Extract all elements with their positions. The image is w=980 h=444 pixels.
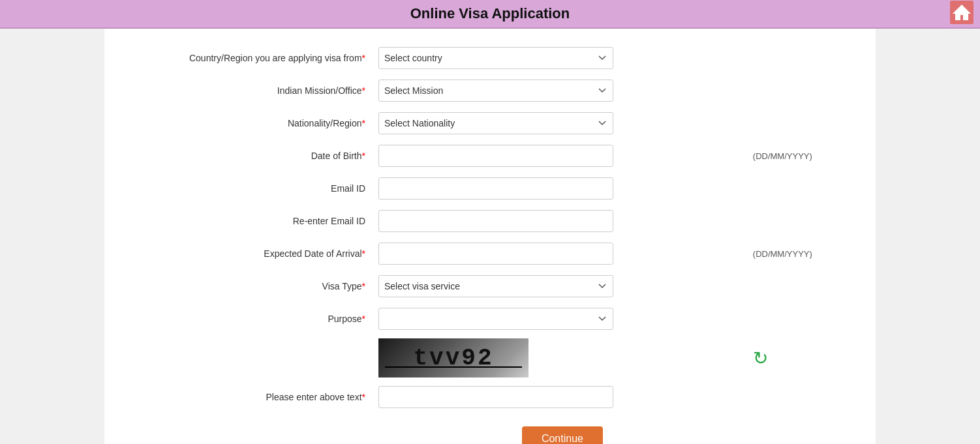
email-input[interactable] — [378, 177, 613, 200]
captcha-input-row: Please enter above text* — [130, 381, 850, 413]
arrival-input[interactable] — [378, 243, 613, 265]
captcha-row: tvv92 ↻ — [130, 335, 850, 381]
continue-button[interactable]: Continue — [522, 426, 603, 444]
purpose-input-cell — [378, 303, 746, 335]
nationality-label: Nationality/Region* — [130, 107, 378, 140]
main-form-area: Country/Region you are applying visa fro… — [104, 29, 876, 444]
visatype-row: Visa Type* Select visa service — [130, 270, 850, 303]
visatype-select[interactable]: Select visa service — [378, 275, 613, 297]
nationality-input-cell: Select Nationality — [378, 107, 746, 140]
mission-select[interactable]: Select Mission — [378, 80, 613, 102]
captcha-image: tvv92 — [378, 338, 528, 377]
country-input-cell: Select country — [378, 42, 746, 74]
country-label: Country/Region you are applying visa fro… — [130, 42, 378, 74]
reemail-input[interactable] — [378, 210, 613, 232]
arrival-row: Expected Date of Arrival* (DD/MM/YYYY) — [130, 237, 850, 270]
purpose-row: Purpose* — [130, 303, 850, 335]
mission-input-cell: Select Mission — [378, 74, 746, 107]
arrival-label: Expected Date of Arrival* — [130, 237, 378, 270]
email-row: Email ID — [130, 172, 850, 205]
reemail-row: Re-enter Email ID — [130, 205, 850, 237]
country-row: Country/Region you are applying visa fro… — [130, 42, 850, 74]
dob-input-cell — [378, 140, 746, 172]
refresh-icon[interactable]: ↻ — [753, 348, 768, 368]
arrival-input-cell — [378, 237, 746, 270]
home-icon-container — [950, 1, 973, 27]
button-row: Continue — [130, 413, 850, 444]
reemail-input-cell — [378, 205, 746, 237]
form-table: Country/Region you are applying visa fro… — [130, 42, 850, 444]
arrival-hint: (DD/MM/YYYY) — [746, 237, 850, 270]
continue-btn-cell: Continue — [378, 413, 746, 444]
nationality-select[interactable]: Select Nationality — [378, 112, 613, 134]
captcha-refresh-cell: ↻ — [746, 335, 850, 381]
captcha-input-cell — [378, 381, 746, 413]
mission-row: Indian Mission/Office* Select Mission — [130, 74, 850, 107]
mission-label: Indian Mission/Office* — [130, 74, 378, 107]
country-select[interactable]: Select country — [378, 47, 613, 69]
header-bar: Online Visa Application — [0, 0, 980, 29]
captcha-line — [385, 366, 522, 368]
captcha-input-label: Please enter above text* — [130, 381, 378, 413]
dob-hint: (DD/MM/YYYY) — [746, 140, 850, 172]
dob-label: Date of Birth* — [130, 140, 378, 172]
dob-row: Date of Birth* (DD/MM/YYYY) — [130, 140, 850, 172]
reemail-label: Re-enter Email ID — [130, 205, 378, 237]
visatype-label: Visa Type* — [130, 270, 378, 303]
email-label: Email ID — [130, 172, 378, 205]
visatype-input-cell: Select visa service — [378, 270, 746, 303]
home-icon[interactable] — [950, 1, 973, 24]
nationality-row: Nationality/Region* Select Nationality — [130, 107, 850, 140]
email-input-cell — [378, 172, 746, 205]
captcha-input[interactable] — [378, 386, 613, 408]
dob-input[interactable] — [378, 145, 613, 167]
purpose-select[interactable] — [378, 308, 613, 330]
header-title: Online Visa Application — [410, 5, 570, 22]
captcha-container-cell: tvv92 — [378, 335, 746, 381]
purpose-label: Purpose* — [130, 303, 378, 335]
captcha-container: tvv92 — [378, 338, 746, 377]
